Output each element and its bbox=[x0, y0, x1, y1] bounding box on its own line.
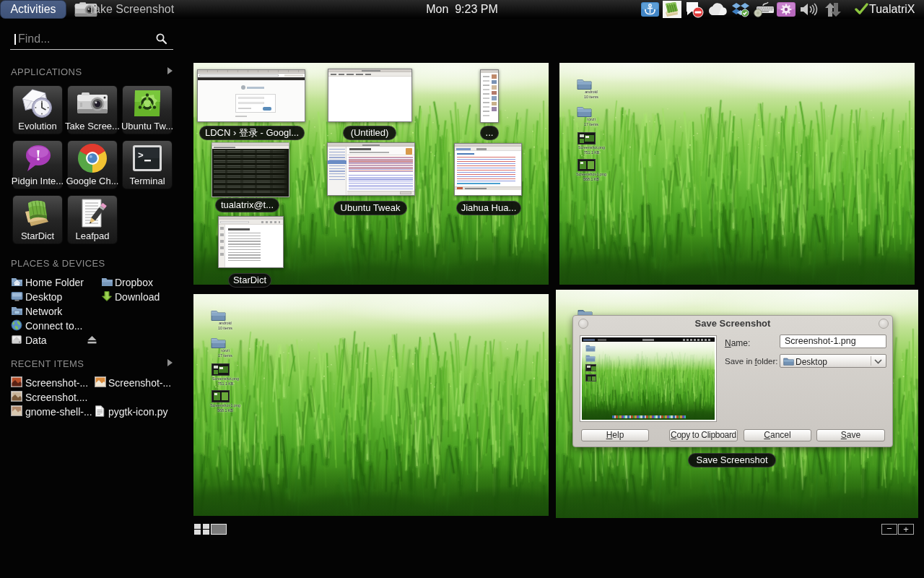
svg-text:!: ! bbox=[35, 146, 40, 164]
svg-text:>: > bbox=[138, 150, 144, 161]
